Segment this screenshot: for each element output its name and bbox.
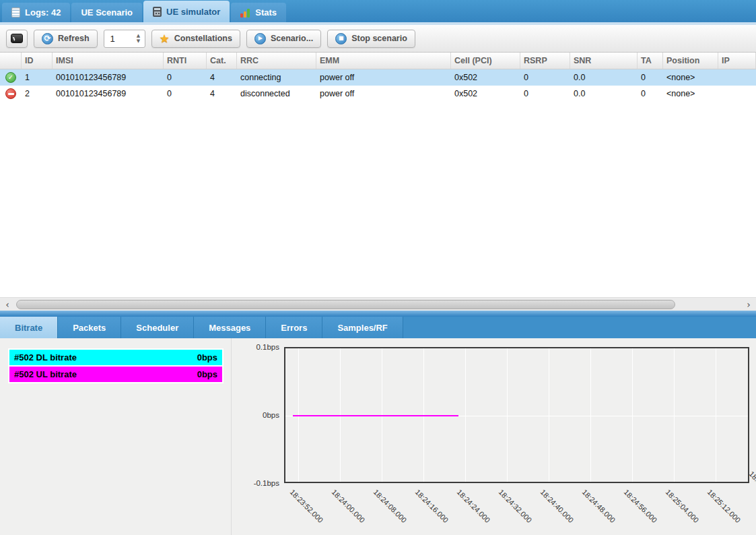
horizontal-scrollbar[interactable]: ‹ › [0, 297, 756, 311]
cell-pci: 0x502 [451, 86, 520, 102]
legend-item-dl-bitrate[interactable]: #502 DL bitrate 0bps [9, 350, 222, 365]
x-tick-label: 18:24:24.000 [456, 488, 492, 524]
table-row[interactable]: 2 001010123456789 0 4 disconnected power… [0, 86, 756, 102]
legend-ul-label: #502 UL bitrate [14, 369, 77, 379]
cell-imsi: 001010123456789 [53, 86, 164, 102]
cell-imsi: 001010123456789 [53, 69, 164, 86]
tab-logs-label: Logs: 42 [25, 7, 61, 18]
toolbar: ⟳ Refresh 1 ▲ ▼ ★ Constellations ▶ Scena… [0, 25, 756, 53]
tab-ue-simulator[interactable]: UE simulator [143, 1, 230, 22]
refresh-icon: ⟳ [42, 33, 53, 44]
spinner-up-icon[interactable]: ▲ [137, 34, 140, 38]
cell-snr: 0.0 [570, 86, 638, 102]
stop-icon: ■ [335, 33, 347, 44]
scroll-right-icon[interactable]: › [741, 298, 756, 311]
tab-packets[interactable]: Packets [58, 317, 121, 338]
tab-errors[interactable]: Errors [266, 317, 322, 338]
cell-rnti: 0 [164, 69, 207, 86]
scrollbar-thumb[interactable] [16, 300, 675, 309]
panel-splitter[interactable] [0, 311, 756, 317]
stop-scenario-button[interactable]: ■ Stop scenario [327, 30, 415, 48]
terminal-button[interactable] [6, 30, 28, 48]
ue-count-spinner[interactable]: 1 ▲ ▼ [104, 30, 145, 48]
table-row[interactable]: ✓ 1 001010123456789 0 4 connecting power… [0, 69, 756, 86]
status-disconnected-icon [5, 88, 16, 99]
refresh-label: Refresh [58, 34, 90, 43]
constellations-label: Constellations [174, 34, 232, 43]
plot-area [284, 347, 749, 483]
cell-rsrp: 0 [520, 69, 570, 86]
status-connected-icon: ✓ [5, 72, 16, 83]
cell-position: <none> [663, 86, 718, 102]
header-rnti: RNTI [164, 53, 207, 69]
bitrate-chart: 0.1bps 0bps -0.1bps 18:23:52.000 18:24:0… [232, 338, 756, 535]
x-tick-label: 18:23:52.000 [289, 488, 325, 524]
tab-ue-simulator-label: UE simulator [166, 7, 220, 17]
refresh-button[interactable]: ⟳ Refresh [34, 30, 98, 48]
cell-rrc: disconnected [237, 86, 316, 102]
cell-rsrp: 0 [520, 86, 570, 102]
y-tick-label: 0bps [232, 411, 279, 419]
header-status [0, 53, 22, 69]
tab-scheduler[interactable]: Scheduler [121, 317, 194, 338]
tab-stats-label: Stats [255, 7, 277, 18]
play-icon: ▶ [254, 33, 266, 44]
stats-icon [240, 7, 250, 18]
header-imsi: IMSI [53, 53, 164, 69]
cell-cat: 4 [207, 69, 237, 86]
header-snr: SNR [570, 53, 638, 69]
cell-ta: 0 [638, 69, 663, 86]
header-cell-pci: Cell (PCI) [451, 53, 520, 69]
x-tick-label: 18:25:20.000 [748, 470, 756, 506]
spinner-arrows: ▲ ▼ [133, 34, 145, 44]
top-tab-bar: Logs: 42 UE Scenario UE simulator Stats [0, 0, 756, 22]
tab-bitrate[interactable]: Bitrate [0, 317, 58, 338]
x-tick-label: 18:24:00.000 [331, 488, 367, 524]
cell-cat: 4 [207, 86, 237, 102]
chart-legend: #502 DL bitrate 0bps #502 UL bitrate 0bp… [8, 348, 224, 383]
header-rrc: RRC [237, 53, 316, 69]
y-tick-label: -0.1bps [232, 479, 279, 487]
ue-table: ID IMSI RNTI Cat. RRC EMM Cell (PCI) RSR… [0, 53, 756, 102]
logs-icon [11, 7, 20, 18]
legend-item-ul-bitrate[interactable]: #502 UL bitrate 0bps [9, 367, 222, 382]
legend-ul-value: 0bps [197, 369, 217, 379]
header-ip: IP [718, 53, 756, 69]
star-icon: ★ [160, 33, 170, 44]
cell-position: <none> [663, 69, 718, 86]
cell-rnti: 0 [164, 86, 207, 102]
scroll-left-icon[interactable]: ‹ [0, 298, 15, 311]
legend-dl-value: 0bps [197, 352, 217, 363]
stop-scenario-label: Stop scenario [351, 34, 407, 43]
tab-ue-scenario[interactable]: UE Scenario [71, 3, 142, 22]
x-tick-label: 18:24:32.000 [497, 488, 534, 524]
cell-emm: power off [316, 69, 451, 86]
x-tick-label: 18:25:04.000 [664, 488, 701, 524]
legend-dl-label: #502 DL bitrate [14, 352, 77, 363]
x-tick-label: 18:24:56.000 [623, 488, 659, 524]
scenario-button[interactable]: ▶ Scenario... [246, 30, 321, 48]
x-tick-label: 18:24:08.000 [372, 488, 409, 524]
x-tick-label: 18:24:16.000 [414, 488, 450, 524]
header-emm: EMM [316, 53, 451, 69]
cell-pci: 0x502 [451, 69, 520, 86]
cell-ip [718, 69, 756, 86]
tab-samples-rf[interactable]: Samples/RF [322, 317, 403, 338]
header-ta: TA [638, 53, 663, 69]
tab-stats[interactable]: Stats [231, 3, 286, 22]
cell-snr: 0.0 [570, 69, 638, 86]
cell-ta: 0 [638, 86, 663, 102]
y-tick-label: 0.1bps [232, 343, 279, 351]
bitrate-panel: #502 DL bitrate 0bps #502 UL bitrate 0bp… [0, 338, 756, 535]
constellations-button[interactable]: ★ Constellations [151, 30, 240, 48]
tab-messages[interactable]: Messages [194, 317, 266, 338]
ul-bitrate-line [293, 415, 458, 416]
tab-ue-scenario-label: UE Scenario [81, 7, 133, 18]
cell-rrc: connecting [237, 69, 316, 86]
header-id: ID [22, 53, 53, 69]
header-cat: Cat. [207, 53, 237, 69]
spinner-down-icon[interactable]: ▼ [137, 39, 140, 44]
header-rsrp: RSRP [520, 53, 570, 69]
x-tick-label: 18:24:48.000 [581, 488, 617, 524]
tab-logs[interactable]: Logs: 42 [2, 3, 70, 22]
